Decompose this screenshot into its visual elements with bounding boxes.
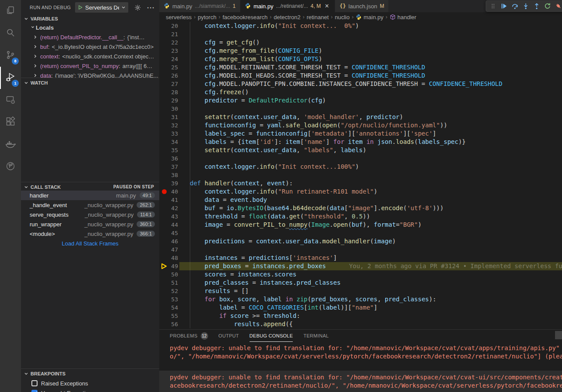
- gutter[interactable]: 32: [159, 121, 190, 130]
- gutter[interactable]: 29: [159, 96, 190, 105]
- line-number[interactable]: 32: [159, 121, 178, 130]
- code-line[interactable]: 38: [159, 171, 562, 179]
- panel-tab-problems[interactable]: PROBLEMS12: [170, 330, 208, 342]
- code-line[interactable]: 42 buf = io.BytesIO(base64.b64decode(dat…: [159, 204, 562, 212]
- gutter[interactable]: 25: [159, 63, 190, 72]
- breakpoints-section-header[interactable]: BREAKPOINTS: [21, 368, 159, 378]
- variable-row[interactable]: (return) convert_PIL_to_numpy:array([[[ …: [21, 61, 159, 71]
- line-number[interactable]: 41: [159, 196, 178, 204]
- variables-scope-locals[interactable]: Locals: [21, 23, 159, 32]
- code-line[interactable]: 45: [159, 229, 562, 237]
- gutter[interactable]: 41: [159, 196, 190, 204]
- code-line[interactable]: 34 labels = {item['id']: item['name'] fo…: [159, 138, 562, 146]
- gutter[interactable]: 26: [159, 72, 190, 80]
- line-number[interactable]: 22: [159, 38, 178, 47]
- gutter[interactable]: 23: [159, 47, 190, 55]
- line-number[interactable]: 30: [159, 105, 178, 113]
- step-over-button[interactable]: [510, 1, 520, 11]
- panel-tab-terminal[interactable]: TERMINAL: [303, 330, 329, 342]
- gutter[interactable]: 46: [159, 237, 190, 245]
- line-number[interactable]: 44: [159, 221, 178, 229]
- code-line[interactable]: 46 predictions = context.user_data.model…: [159, 237, 562, 245]
- gutter[interactable]: 36: [159, 154, 190, 163]
- panel-tab-output[interactable]: OUTPUT: [219, 330, 239, 342]
- close-icon[interactable]: ×: [323, 3, 330, 10]
- editor-tab-main-py[interactable]: main.py.../retinanet/...4, M×: [240, 0, 335, 12]
- breadcrumb-item-retinanet[interactable]: retinanet: [307, 14, 329, 20]
- code-line[interactable]: 41 data = event.body: [159, 196, 562, 204]
- panel-corner-control[interactable]: [555, 331, 562, 339]
- code-line[interactable]: 55 if score >= threshold:: [159, 312, 562, 320]
- line-number[interactable]: 54: [159, 303, 178, 312]
- breadcrumb-item-pytorch[interactable]: pytorch: [198, 14, 216, 20]
- line-number[interactable]: 51: [159, 279, 178, 287]
- gutter[interactable]: 52: [159, 287, 190, 295]
- code-line[interactable]: 36: [159, 154, 562, 163]
- code-line[interactable]: 28 cfg.freeze(): [159, 88, 562, 96]
- code-line[interactable]: 27 cfg.MODEL.PANOPTIC_FPN.COMBINE.INSTAN…: [159, 80, 562, 88]
- gutter[interactable]: 35: [159, 146, 190, 154]
- editor-tab-launch-json[interactable]: {}launch.jsonM: [335, 0, 389, 12]
- breadcrumb-item-nuclio[interactable]: nuclio: [335, 14, 350, 20]
- code-line[interactable]: 31 setattr(context.user_data, 'model_han…: [159, 113, 562, 121]
- code-line[interactable]: 29 predictor = DefaultPredictor(cfg): [159, 96, 562, 105]
- gutter[interactable]: 28: [159, 88, 190, 96]
- code-line[interactable]: 39def handler(context, event):: [159, 179, 562, 187]
- gutter[interactable]: 55: [159, 312, 190, 320]
- disconnect-button[interactable]: [554, 1, 562, 11]
- editor-tab-main-py[interactable]: main.py.../siammask/...1: [159, 0, 240, 12]
- activity-bar-item-source-control[interactable]: 8: [0, 44, 21, 67]
- activity-bar-item-git-branch-circle[interactable]: [0, 156, 21, 178]
- gutter[interactable]: 43: [159, 212, 190, 221]
- checkbox[interactable]: [31, 380, 38, 386]
- line-number[interactable]: 45: [159, 229, 178, 237]
- gutter[interactable]: 37: [159, 163, 190, 171]
- code-line[interactable]: 47: [159, 245, 562, 254]
- line-number[interactable]: 33: [159, 130, 178, 138]
- breadcrumb-item-serverless[interactable]: serverless: [166, 14, 192, 20]
- gutter[interactable]: 27: [159, 80, 190, 88]
- call-stack-frame[interactable]: <module>_nuclio_wrapper.py366:1: [21, 229, 159, 239]
- line-number[interactable]: 31: [159, 113, 178, 121]
- code-line[interactable]: 48 instances = predictions['instances']: [159, 254, 562, 262]
- gutter[interactable]: 39: [159, 179, 190, 187]
- breadcrumb-item-main-py[interactable]: main.py: [356, 14, 384, 20]
- line-number[interactable]: 52: [159, 287, 178, 295]
- continue-button[interactable]: [499, 1, 509, 11]
- breadcrumb-item-detectron2[interactable]: detectron2: [274, 14, 300, 20]
- call-stack-frame[interactable]: run_wrapper_nuclio_wrapper.py360:1: [21, 219, 159, 229]
- breadcrumb-item-handler[interactable]: handler: [390, 14, 416, 20]
- line-number[interactable]: 26: [159, 72, 178, 80]
- line-number[interactable]: 35: [159, 146, 178, 154]
- code-line[interactable]: 20 context.logger.info("Init context... …: [159, 22, 562, 30]
- gutter[interactable]: 53: [159, 295, 190, 303]
- line-number[interactable]: 40: [159, 187, 178, 196]
- code-line[interactable]: 35 setattr(context.user_data, "labels", …: [159, 146, 562, 154]
- gutter[interactable]: 30: [159, 105, 190, 113]
- code-line[interactable]: 33 labels_spec = functionconfig['metadat…: [159, 130, 562, 138]
- code-line[interactable]: 23 cfg.merge_from_file(CONFIG_FILE): [159, 47, 562, 55]
- variable-row[interactable]: data:{'image': 'iVBORw0KGg...AAAANSUhE..…: [21, 71, 159, 78]
- panel-tab-debug-console[interactable]: DEBUG CONSOLE: [250, 330, 293, 342]
- code-line[interactable]: 26 cfg.MODEL.ROI_HEADS.SCORE_THRESH_TEST…: [159, 72, 562, 80]
- gutter[interactable]: 38: [159, 171, 190, 179]
- activity-bar-item-explorer[interactable]: [0, 0, 21, 22]
- code-line[interactable]: 51 pred_classes = instances.pred_classes: [159, 279, 562, 287]
- gutter[interactable]: 45: [159, 229, 190, 237]
- call-stack-section-header[interactable]: CALL STACK PAUSED ON STEP: [21, 182, 159, 191]
- line-number[interactable]: 47: [159, 245, 178, 254]
- gutter[interactable]: 33: [159, 130, 190, 138]
- line-number[interactable]: 43: [159, 212, 178, 221]
- call-stack-frame[interactable]: serve_requests_nuclio_wrapper.py114:1: [21, 210, 159, 219]
- line-number[interactable]: 23: [159, 47, 178, 55]
- code-line[interactable]: 37 context.logger.info("Init context...1…: [159, 163, 562, 171]
- load-all-stack-frames-link[interactable]: Load All Stack Frames: [21, 239, 159, 248]
- line-number[interactable]: 27: [159, 80, 178, 88]
- code-line[interactable]: 32 functionconfig = yaml.safe_load(open(…: [159, 121, 562, 130]
- line-number[interactable]: 53: [159, 295, 178, 303]
- variable-row[interactable]: buf:<_io.BytesIO object at 0x7f5a2dc1ecc…: [21, 42, 159, 51]
- code-line[interactable]: 30: [159, 105, 562, 113]
- code-line[interactable]: 56 results.append({: [159, 320, 562, 328]
- code-line[interactable]: 25 cfg.MODEL.RETINANET.SCORE_THRESH_TEST…: [159, 63, 562, 72]
- more-actions-icon[interactable]: ···: [147, 4, 155, 11]
